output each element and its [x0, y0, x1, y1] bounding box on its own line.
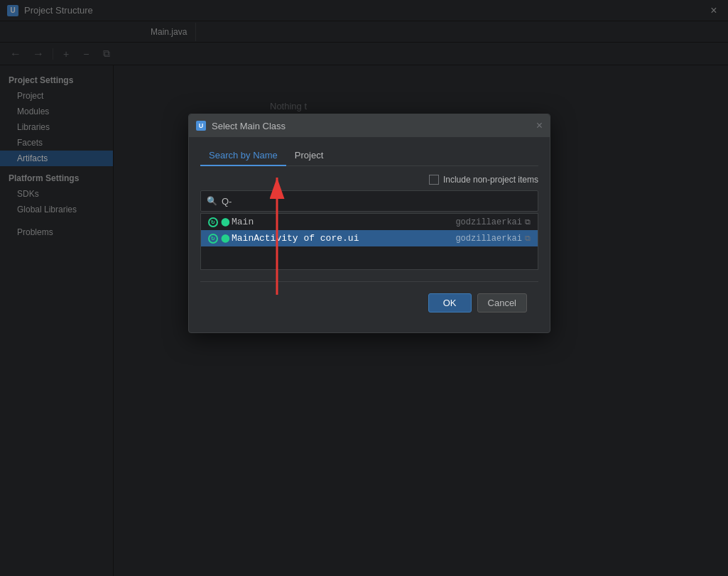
dialog-title: Select Main Class — [212, 121, 536, 131]
copy-icon-main: ⧉ — [525, 218, 531, 227]
modal-overlay: U Select Main Class × Search by Name Pro… — [0, 0, 728, 576]
result-pkg-mainactivity: godzillaerkai — [455, 234, 522, 244]
result-name-mainactivity: MainActivity of core.ui — [232, 233, 455, 244]
include-non-project-checkbox[interactable] — [429, 175, 439, 185]
dialog-title-bar: U Select Main Class × — [189, 114, 550, 137]
cancel-button[interactable]: Cancel — [477, 293, 527, 313]
result-icon-green-dot: ⬤ — [221, 217, 229, 227]
include-non-project-label: Include non-project items — [443, 175, 538, 185]
result-icon-mainactivity: ↻ — [208, 234, 218, 244]
dialog-close-button[interactable]: × — [536, 120, 543, 131]
search-input-wrap[interactable]: 🔍 — [200, 190, 538, 212]
dialog-body: Search by Name Project Include non-proje… — [189, 137, 550, 332]
result-name-main: Main — [232, 217, 455, 227]
result-icon-main: ↻ — [208, 217, 218, 227]
result-item-main[interactable]: ↻ ⬤ Main godzillaerkai ⧉ — [201, 214, 538, 230]
select-main-class-dialog: U Select Main Class × Search by Name Pro… — [188, 114, 550, 333]
dialog-footer: OK Cancel — [200, 281, 538, 324]
dialog-icon: U — [196, 121, 206, 131]
include-non-project-row: Include non-project items — [200, 175, 538, 185]
results-list: ↻ ⬤ Main godzillaerkai ⧉ ↻ ⬤ MainActivit… — [200, 213, 538, 270]
tab-project[interactable]: Project — [286, 146, 332, 166]
tab-search-by-name[interactable]: Search by Name — [200, 146, 286, 166]
search-icon: 🔍 — [207, 196, 217, 206]
result-pkg-main: godzillaerkai — [455, 217, 522, 227]
result-icon-green-dot-2: ⬤ — [221, 234, 229, 243]
search-input[interactable] — [222, 196, 532, 207]
copy-icon-mainactivity: ⧉ — [525, 234, 531, 243]
ok-button[interactable]: OK — [428, 293, 472, 313]
dialog-tabs: Search by Name Project — [200, 146, 538, 166]
result-item-mainactivity[interactable]: ↻ ⬤ MainActivity of core.ui godzillaerka… — [201, 230, 538, 246]
